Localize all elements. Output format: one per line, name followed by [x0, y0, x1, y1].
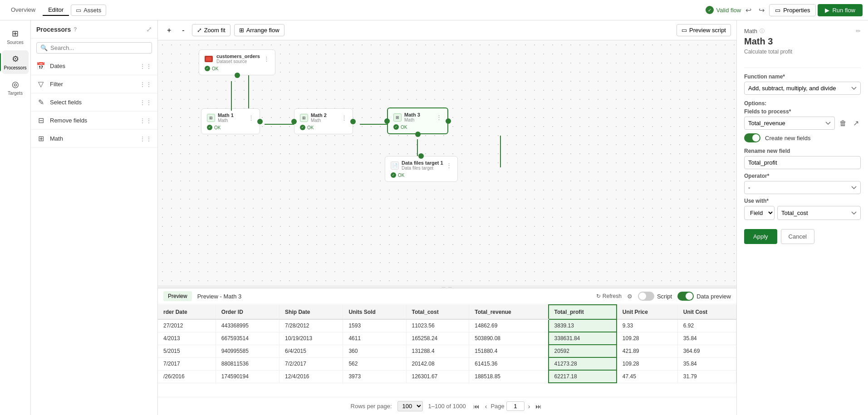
right-panel-type-label: Math ⓘ	[744, 28, 765, 34]
preview-script-button[interactable]: ▭ Preview script	[677, 24, 731, 36]
flow-canvas[interactable]: customers_orders Dataset source ⋮ ✓ OK	[158, 40, 736, 285]
processor-item-dates[interactable]: 📅 Dates ⋮⋮	[31, 57, 157, 75]
math3-node[interactable]: ⊞ Math 3 Math ⋮ ✓ OK	[387, 107, 448, 134]
create-new-fields-label: Create new fields	[765, 135, 810, 142]
table-cell: 940995585	[216, 345, 279, 357]
data-preview-toggle[interactable]	[677, 292, 694, 301]
run-flow-button[interactable]: ▶ Run flow	[818, 4, 863, 16]
filter-drag-icon: ⋮⋮	[139, 81, 152, 88]
math1-icon: ⊞	[207, 114, 215, 122]
total-profit-cell: 338631.84	[549, 332, 617, 345]
dates-icon: 📅	[36, 62, 45, 70]
remove-fields-drag-icon: ⋮⋮	[139, 117, 152, 124]
fields-to-process-select[interactable]: Total_revenue	[744, 117, 835, 130]
math-icon: ⊞	[36, 134, 45, 143]
prev-page-button[interactable]: ‹	[483, 402, 489, 411]
col-header-units-sold: Units Sold	[343, 305, 406, 319]
math1-status: ✓ OK	[207, 125, 254, 130]
math2-menu-icon[interactable]: ⋮	[341, 114, 347, 121]
table-cell: 4/2013	[158, 332, 216, 345]
fields-to-process-label: Fields to process*	[744, 108, 861, 115]
sidebar-item-sources[interactable]: ⊞ Sources	[2, 25, 29, 49]
sidebar-item-targets[interactable]: ◎ Targets	[2, 76, 29, 99]
table-cell: 7/28/2012	[280, 319, 343, 332]
table-cell: 11023.56	[406, 319, 469, 332]
apply-button[interactable]: Apply	[744, 229, 777, 244]
table-cell: 27/2012	[158, 319, 216, 332]
table-cell: 14862.69	[469, 319, 549, 332]
create-new-fields-toggle[interactable]	[744, 133, 760, 142]
tab-assets[interactable]: ▭ Assets	[71, 5, 106, 16]
center-area: + - ⤢ Zoom fit ⊞ Arrange flow ▭ Preview …	[158, 20, 868, 415]
source-node[interactable]: customers_orders Dataset source ⋮ ✓ OK	[199, 49, 275, 75]
math3-menu-icon[interactable]: ⋮	[436, 114, 442, 121]
next-page-button[interactable]: ›	[526, 402, 532, 411]
script-toggle[interactable]	[638, 292, 654, 301]
processor-item-filter[interactable]: ▽ Filter ⋮⋮	[31, 75, 157, 93]
canvas-toolbar: + - ⤢ Zoom fit ⊞ Arrange flow ▭ Preview …	[158, 20, 736, 40]
target-menu-icon[interactable]: ⋮	[446, 162, 452, 169]
col-header-unit-price: Unit Price	[617, 305, 677, 319]
zoom-fit-button[interactable]: ⤢ Zoom fit	[192, 24, 230, 36]
table-cell: 1593	[343, 319, 406, 332]
math1-menu-icon[interactable]: ⋮	[248, 114, 254, 121]
sidebar-item-processors[interactable]: ⚙ Processors	[2, 50, 29, 74]
math1-node[interactable]: ⊞ Math 1 Math ⋮ ✓ OK	[201, 108, 260, 134]
right-panel-help-icon[interactable]: ⓘ	[760, 28, 765, 34]
add-field-button[interactable]: ↗	[851, 117, 861, 129]
zoom-out-button[interactable]: -	[178, 24, 188, 36]
right-panel: Math ⓘ ✏ Math 3 Calculate total profit F…	[736, 20, 868, 415]
table-row: /26/201617459019412/4/20163973126301.671…	[158, 370, 736, 383]
zoom-in-button[interactable]: +	[163, 24, 175, 36]
target-status: ✓ OK	[391, 172, 452, 178]
properties-button[interactable]: ▭ Properties	[769, 4, 816, 16]
settings-icon[interactable]: ⚙	[627, 293, 633, 300]
table-cell: 6.92	[677, 319, 736, 332]
target-node[interactable]: 📄 Data files target 1 Data files target …	[385, 156, 458, 182]
use-with-value-select[interactable]: Total_cost	[777, 206, 861, 220]
tab-overview[interactable]: Overview	[5, 5, 41, 16]
data-table-wrapper[interactable]: rder Date Order ID Ship Date Units Sold …	[158, 304, 736, 397]
undo-button[interactable]: ↩	[743, 4, 754, 16]
tab-editor[interactable]: Editor	[43, 5, 69, 16]
processor-item-select-fields[interactable]: ✎ Select fields ⋮⋮	[31, 93, 157, 112]
math1-title: Math 1	[218, 112, 234, 118]
use-with-type-select[interactable]: Field	[744, 206, 775, 220]
page-number-input[interactable]	[506, 401, 525, 411]
math3-connector-bottom	[415, 132, 421, 137]
processors-help-icon[interactable]: ?	[74, 26, 77, 33]
arrange-flow-button[interactable]: ⊞ Arrange flow	[234, 24, 284, 36]
first-page-button[interactable]: ⏮	[471, 402, 481, 411]
table-row: 4/201366759351410/19/20134611165258.2450…	[158, 332, 736, 345]
preview-header: Preview Preview - Math 3 ↻ Refresh ⚙	[158, 288, 736, 304]
table-cell: 4611	[343, 332, 406, 345]
search-input[interactable]	[50, 44, 148, 51]
cancel-button[interactable]: Cancel	[781, 229, 814, 244]
delete-field-button[interactable]: 🗑	[838, 117, 848, 129]
col-header-unit-cost: Unit Cost	[677, 305, 736, 319]
use-with-label: Use with*	[744, 198, 861, 204]
math2-connector-right	[350, 119, 356, 124]
source-menu-icon[interactable]: ⋮	[264, 55, 270, 62]
processors-collapse-icon[interactable]: ⤢	[146, 25, 152, 34]
rows-per-page-select[interactable]: 100 50 200	[397, 401, 423, 411]
pagination-info: 1–100 of 1000	[428, 403, 466, 410]
math2-status: ✓ OK	[300, 125, 347, 130]
refresh-button[interactable]: ↻ Refresh	[596, 293, 622, 299]
math2-node[interactable]: ⊞ Math 2 Math ⋮ ✓ OK	[294, 108, 353, 134]
function-name-select[interactable]: Add, subtract, multiply, and divide	[744, 82, 861, 95]
right-panel-edit-icon[interactable]: ✏	[856, 28, 861, 34]
table-cell: 5/2015	[158, 345, 216, 357]
source-status: ✓ OK	[205, 66, 270, 71]
table-cell: 174590194	[216, 370, 279, 383]
rename-new-field-input[interactable]	[744, 156, 861, 169]
sources-icon: ⊞	[12, 29, 19, 39]
table-cell: 443368995	[216, 319, 279, 332]
preview-tab-button[interactable]: Preview	[163, 291, 192, 301]
last-page-button[interactable]: ⏭	[534, 402, 544, 411]
processor-item-remove-fields[interactable]: ⊟ Remove fields ⋮⋮	[31, 112, 157, 130]
redo-button[interactable]: ↪	[756, 4, 767, 16]
operator-select[interactable]: -	[744, 181, 861, 194]
processor-item-math[interactable]: ⊞ Math ⋮⋮	[31, 130, 157, 148]
target-title: Data files target 1	[402, 160, 443, 166]
